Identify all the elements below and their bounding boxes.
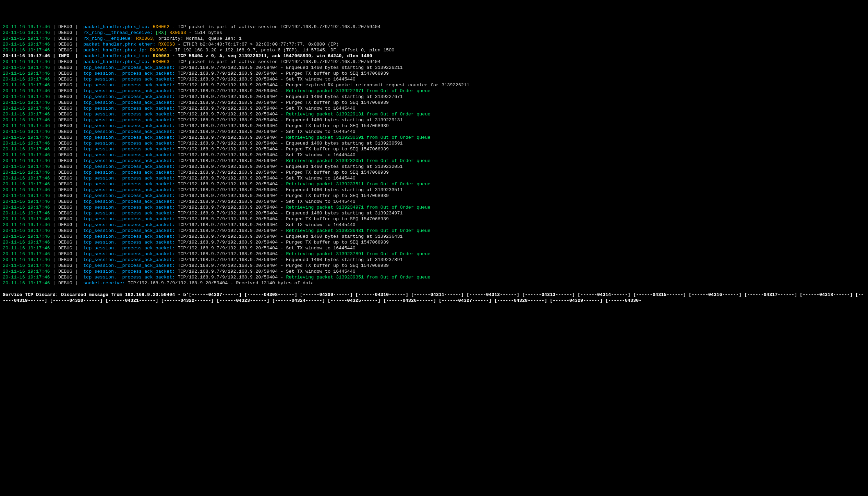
log-line: 20-11-16 19:17:46 | DEBUG | tcp_session.… — [3, 88, 865, 94]
log-line: 20-11-16 19:17:46 | DEBUG | tcp_session.… — [3, 239, 865, 245]
timestamp: 20-11-16 19:17:46 — [3, 158, 50, 163]
log-source: tcp_session.__process_ack_packet: — [83, 222, 175, 227]
log-level: DEBUG — [58, 48, 72, 53]
separator: | — [50, 164, 58, 169]
log-message: TCP/192.168.9.7/9/192.168.9.20/59404 - E… — [175, 187, 402, 193]
log-source: socket.receive: — [83, 281, 125, 286]
timestamp: 20-11-16 19:17:46 — [3, 164, 50, 169]
separator: | — [50, 251, 58, 257]
timestamp: 20-11-16 19:17:46 — [3, 176, 50, 181]
log-source: tcp_session.__process_ack_packet: — [83, 176, 175, 181]
log-output[interactable]: 20-11-16 19:17:46 | DEBUG | packet_handl… — [3, 24, 865, 286]
separator: | — [50, 240, 58, 245]
log-source: tcp_session.__process_ack_packet: — [83, 205, 175, 210]
timestamp: 20-11-16 19:17:46 — [3, 42, 50, 47]
log-message-prefix: TCP/192.168.9.7/9/192.168.9.20/59404 - — [175, 88, 286, 94]
log-level: DEBUG — [58, 152, 72, 158]
separator: | — [50, 199, 58, 204]
separator: | — [72, 269, 83, 274]
log-source: tcp_session.__process_ack_packet: — [83, 88, 175, 94]
log-source: tcp_session.__process_ack_packet: — [83, 240, 175, 245]
log-line: 20-11-16 19:17:46 | DEBUG | tcp_session.… — [3, 181, 865, 187]
log-message: TCP/192.168.9.7/9/192.168.9.20/59404 - P… — [175, 216, 389, 222]
separator: | — [72, 123, 83, 128]
log-message: TCP/192.168.9.7/9/192.168.9.20/59404 - P… — [175, 147, 389, 152]
log-level: DEBUG — [58, 199, 72, 204]
separator: | — [72, 100, 83, 105]
timestamp: 20-11-16 19:17:46 — [3, 199, 50, 204]
log-line: 20-11-16 19:17:46 | DEBUG | tcp_session.… — [3, 135, 865, 140]
timestamp: 20-11-16 19:17:46 — [3, 30, 50, 35]
separator: | — [50, 176, 58, 181]
separator: | — [50, 100, 58, 105]
log-source: rx_ring.__thread_receive: — [83, 30, 153, 35]
separator: | — [50, 112, 58, 117]
log-line: 20-11-16 19:17:46 | DEBUG | packet_handl… — [3, 24, 865, 30]
timestamp: 20-11-16 19:17:46 — [3, 228, 50, 233]
log-message: TCP/192.168.9.7/9/192.168.9.20/59404 - E… — [175, 141, 402, 146]
log-message: TCP/192.168.9.7/9/192.168.9.20/59404 - S… — [175, 77, 355, 82]
timestamp: 20-11-16 19:17:46 — [3, 59, 50, 64]
timestamp: 20-11-16 19:17:46 — [3, 216, 50, 222]
separator: | — [50, 263, 58, 268]
log-level: DEBUG — [58, 269, 72, 274]
log-level: DEBUG — [58, 112, 72, 117]
log-source: tcp_session.__process_ack_packet: — [83, 164, 175, 169]
log-source: tcp_session.__process_ack_packet: — [83, 251, 175, 257]
separator: | — [72, 83, 83, 88]
log-line: 20-11-16 19:17:46 | DEBUG | tcp_session.… — [3, 274, 865, 280]
timestamp: 20-11-16 19:17:46 — [3, 141, 50, 146]
separator: | — [50, 187, 58, 193]
log-source: tcp_session.__process_ack_packet: — [83, 112, 175, 117]
log-level: DEBUG — [58, 36, 72, 41]
rx-id: RX0063 — [150, 59, 172, 64]
log-message: TCP/192.168.9.7/9/192.168.9.20/59404 - E… — [175, 234, 402, 239]
log-level: DEBUG — [58, 42, 72, 47]
log-source: tcp_session.__process_ack_packet: — [83, 147, 175, 152]
separator: | — [72, 152, 83, 158]
log-level: DEBUG — [58, 211, 72, 216]
log-message: TCP/192.168.9.7/9/192.168.9.20/59404 - P… — [175, 170, 389, 175]
log-line: 20-11-16 19:17:46 | DEBUG | tcp_session.… — [3, 193, 865, 199]
log-level: DEBUG — [58, 94, 72, 99]
rx-id: RX0063 — [150, 53, 172, 59]
log-line: 20-11-16 19:17:46 | DEBUG | tcp_session.… — [3, 117, 865, 123]
timestamp: 20-11-16 19:17:46 — [3, 48, 50, 53]
log-level: DEBUG — [58, 257, 72, 262]
timestamp: 20-11-16 19:17:46 — [3, 147, 50, 152]
log-level: DEBUG — [58, 263, 72, 268]
log-message: - ETHER b2:84:40:76:17:67 > 02:00:00:77:… — [178, 42, 339, 47]
log-line: 20-11-16 19:17:46 | DEBUG | tcp_session.… — [3, 123, 865, 129]
separator: | — [72, 42, 83, 47]
separator: | — [50, 53, 58, 59]
log-source: tcp_session.__process_ack_packet: — [83, 187, 175, 193]
separator: | — [72, 246, 83, 251]
log-line: 20-11-16 19:17:46 | DEBUG | tcp_session.… — [3, 152, 865, 158]
log-level: DEBUG — [58, 135, 72, 140]
log-line: 20-11-16 19:17:46 | DEBUG | socket.recei… — [3, 280, 865, 286]
log-source: tcp_session.__process_ack_packet: — [83, 152, 175, 158]
timestamp: 20-11-16 19:17:46 — [3, 106, 50, 111]
log-message-highlight: Retrieving packet 3139232051 from Out of… — [286, 158, 430, 163]
log-message: - TCP packet is part of active session T… — [172, 24, 381, 29]
log-source: tcp_session.__process_ack_packet: — [83, 83, 175, 88]
log-message: TCP/192.168.9.7/9/192.168.9.20/59404 - S… — [175, 246, 355, 251]
log-message-prefix: TCP/192.168.9.7/9/192.168.9.20/59404 - — [175, 135, 286, 140]
log-message: TCP/192.168.9.7/9/192.168.9.20/59404 - E… — [175, 117, 402, 123]
log-level: DEBUG — [58, 100, 72, 105]
separator: | — [72, 129, 83, 134]
log-line: 20-11-16 19:17:46 | DEBUG | tcp_session.… — [3, 216, 865, 222]
log-level: DEBUG — [58, 251, 72, 257]
log-line: 20-11-16 19:17:46 | DEBUG | tcp_session.… — [3, 199, 865, 204]
log-line: 20-11-16 19:17:46 | DEBUG | tcp_session.… — [3, 106, 865, 111]
log-message-prefix: TCP/192.168.9.7/9/192.168.9.20/59404 - — [175, 228, 286, 233]
separator: | — [72, 117, 83, 123]
timestamp: 20-11-16 19:17:46 — [3, 240, 50, 245]
separator: | — [72, 240, 83, 245]
timestamp: 20-11-16 19:17:46 — [3, 211, 50, 216]
log-source: packet_handler.phrx_tcp: — [83, 53, 150, 59]
separator: | — [72, 88, 83, 94]
log-level: DEBUG — [58, 170, 72, 175]
log-source: tcp_session.__process_ack_packet: — [83, 123, 175, 128]
log-source: tcp_session.__process_ack_packet: — [83, 234, 175, 239]
